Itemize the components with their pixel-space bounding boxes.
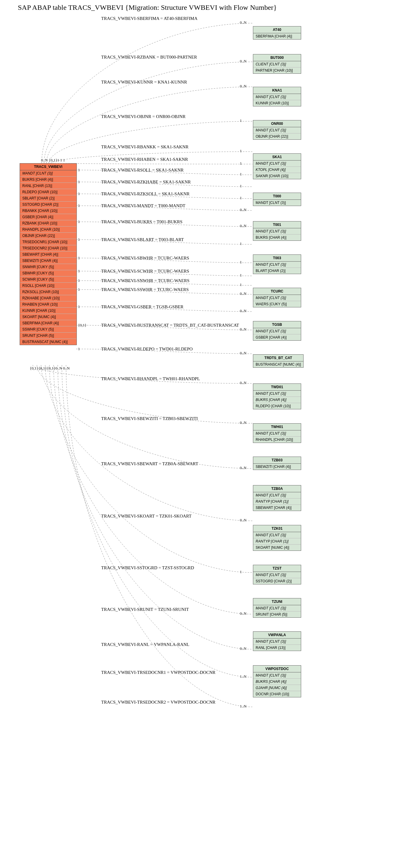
page-title: SAP ABAP table TRACS_VWBEVI {Migration: … [18,4,277,11]
entity-field: MANDT [CLNT (3)] [253,127,301,133]
edge-label: TRACS_VWBEVI-SRUNIT = TZUNI-SRUNIT [101,607,189,612]
entity-field: RHANDPL [CHAR (10)] [253,437,301,443]
entity-header: TZK01 [253,525,301,532]
entity-tzk01: TZK01MANDT [CLNT (3)]RANTYP [CHAR (1)]SK… [253,525,301,551]
entity-field: TRSEDOCNR2 [CHAR (10)] [20,245,77,251]
edge-label: TRACS_VWBEVI-MANDT = T000-MANDT [101,203,186,208]
entity-field: MANDT [CLNT (3)] [253,673,301,679]
entity-header: T003 [253,255,301,261]
cardinality-left: 1 [78,269,80,274]
edge-label: TRACS_VWBEVI-SNWHR = TCURC-WAERS [101,278,190,283]
cardinality-left: 1 [78,237,80,242]
cardinality-left: 1 [78,287,80,292]
entity-header: VWPANLA [253,632,301,639]
entity-field: OBJNR [CHAR (22)] [253,133,301,140]
edge-label: TRACS_VWBEVI-RZKHABE = SKA1-SAKNR [101,180,191,185]
cardinality-left: 1 [78,203,80,208]
entity-t001: T001MANDT [CLNT (3)]BUKRS [CHAR (4)] [253,221,301,241]
entity-field: RSOLL [CHAR (10)] [20,283,77,289]
entity-field: WAERS [CUKY (5)] [253,301,301,307]
entity-field: MANDT [CLNT (3)] [253,328,301,334]
entity-tzuni: TZUNIMANDT [CLNT (3)]SRUNIT [CHAR (5)] [253,598,301,618]
entity-field: CLIENT [CLNT (3)] [253,61,301,67]
entity-field: BUKRS [CHAR (4)] [253,397,301,403]
entity-header: TCURC [253,288,301,295]
entity-field: SBERFIMA [CHAR (4)] [253,33,301,39]
entity-header: TRDTS_BT_CAT [253,354,303,362]
cardinality-right: 1 [240,273,242,278]
entity-header: T001 [253,221,301,228]
entity-vwpanla: VWPANLAMANDT [CLNT (3)]RANL [CHAR (13)] [253,631,301,651]
edge-label: TRACS_VWBEVI-SBEWZITI = TZB03-SBEWZITI [101,416,198,421]
entity-trdts_bt_cat: TRDTS_BT_CATBUSTRANSCAT [NUMC (4)] [253,354,304,368]
cardinality-left: 1 [78,191,80,196]
cardinality-left: 1 [78,168,80,173]
entity-header: BUT000 [253,54,301,61]
entity-header: TWD01 [253,384,301,391]
entity-field: RHANDPL [CHAR (10)] [20,226,77,233]
entity-header: SKA1 [253,154,301,160]
entity-at40: AT40SBERFIMA [CHAR (4)] [253,26,301,39]
entity-field: RLDEPO [CHAR (10)] [253,403,301,409]
entity-field: BUKRS [CHAR (4)] [253,235,301,241]
entity-field: SBEWZITI [CHAR (4)] [253,464,301,470]
entity-header: T000 [253,193,301,200]
entity-field: KUNNR [CHAR (10)] [253,100,301,106]
cardinality-right: 0..N [240,20,246,25]
cardinality-right: 0..N [240,466,246,470]
entity-field: SKOART [NUMC (4)] [253,545,301,551]
entity-tcurc: TCURCMANDT [CLNT (3)]WAERS [CUKY (5)] [253,288,301,307]
entity-field: MANDT [CLNT (3)] [253,572,301,578]
entity-vwpostdoc: VWPOSTDOCMANDT [CLNT (3)]BUKRS [CHAR (4)… [253,665,301,698]
cardinality-left: 1 [78,219,80,224]
cardinality-right: 1 [240,241,242,246]
entity-field: BUKRS [CHAR (4)] [20,177,77,183]
edge-label: TRACS_VWBEVI-GSBER = TGSB-GSBER [101,304,184,309]
entity-field: SBWHR [CUKY (5)] [20,270,77,276]
entity-header: TZB03 [253,457,301,464]
entity-field: RANL [CHAR (13)] [253,645,301,651]
entity-header: KNA1 [253,87,301,94]
entity-field: TRSEDOCNR1 [CHAR (10)] [20,239,77,245]
cardinality-right: 1..N [240,704,246,709]
entity-field: SSTOGRD [CHAR (2)] [20,202,77,208]
edge-label: TRACS_VWBEVI-OBJNR = ONR00-OBJNR [101,114,186,119]
entity-header: AT40 [253,27,301,33]
entity-field: BUSTRANSCAT [NUMC (4)] [20,339,77,345]
entity-field: MANDT [CLNT (3)] [253,391,301,397]
entity-field: KTOPL [CHAR (4)] [253,167,301,173]
edge-label: TRACS_VWBEVI-SCWHR = TCURC-WAERS [101,269,189,274]
entity-field: SBERFIMA [CHAR (4)] [20,320,77,327]
edge-label: TRACS_VWBEVI-RHABEN = SKA1-SAKNR [101,157,188,162]
cardinality-left: 1 [78,347,80,351]
entity-field: MANDT [CLNT (3)] [20,170,77,177]
cardinality-right: 0..N [240,327,246,332]
entity-field: SBEWART [CHAR (4)] [20,251,77,258]
edge-label: TRACS_VWBEVI-TRSEDOCNR2 = VWPOSTDOC-DOCN… [101,700,216,705]
edge-lines [0,0,394,868]
edge-label: TRACS_VWBEVI-SSWHR = TCURC-WAERS [101,287,189,292]
entity-field: RLDEPO [CHAR (10)] [20,189,77,195]
edge-label: TRACS_VWBEVI-RSOLL = SKA1-SAKNR [101,168,184,173]
edge-label: TRACS_VWBEVI-RZKSOLL = SKA1-SAKNR [101,191,190,196]
entity-header: TGSB [253,321,301,328]
entity-field: MANDT [CLNT (3)] [253,94,301,100]
cardinality-right: 1 [240,161,242,166]
edge-label: TRACS_VWBEVI-BUKRS = T001-BUKRS [101,219,182,224]
entity-field: SKOART [NUMC (4)] [20,314,77,320]
entity-header: ONR00 [253,120,301,127]
entity-but000: BUT000CLIENT [CLNT (3)]PARTNER [CHAR (10… [253,54,301,74]
entity-field: BLART [CHAR (2)] [253,268,301,274]
entity-field: RZKHABE [CHAR (10)] [20,295,77,302]
entity-t003: T003MANDT [CLNT (3)]BLART [CHAR (2)] [253,254,301,274]
entity-field: MANDT [CLNT (3)] [253,492,301,498]
cardinality-right: 1 [240,184,242,188]
entity-field: MANDT [CLNT (3)] [253,261,301,268]
cardinality-right: 1 [240,260,242,265]
cardinality-left: 1 [78,278,80,283]
cardinality-left: {0,1} [78,323,87,328]
entity-field: KUNNR [CHAR (10)] [20,308,77,314]
cardinality-right: 1 [240,282,242,287]
entity-ska1: SKA1MANDT [CLNT (3)]KTOPL [CHAR (4)]SAKN… [253,153,301,179]
entity-field: SSTOGRD [CHAR (2)] [253,578,301,584]
